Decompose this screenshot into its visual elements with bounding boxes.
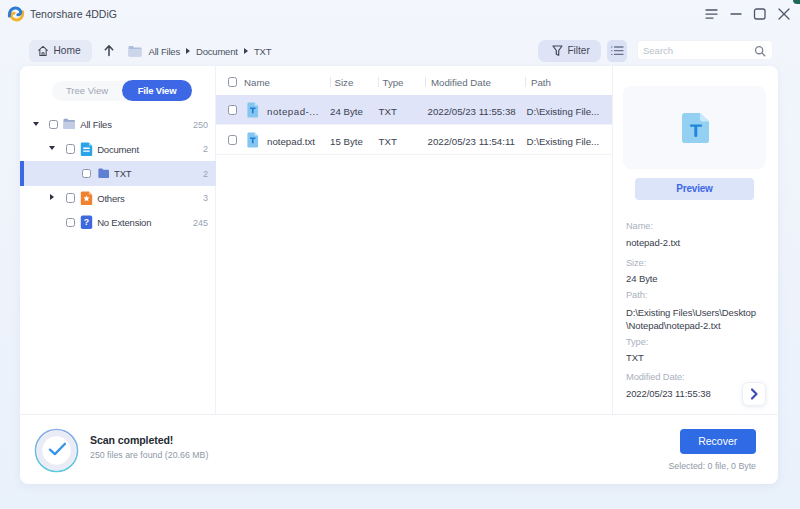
- svg-text:?: ?: [83, 218, 88, 228]
